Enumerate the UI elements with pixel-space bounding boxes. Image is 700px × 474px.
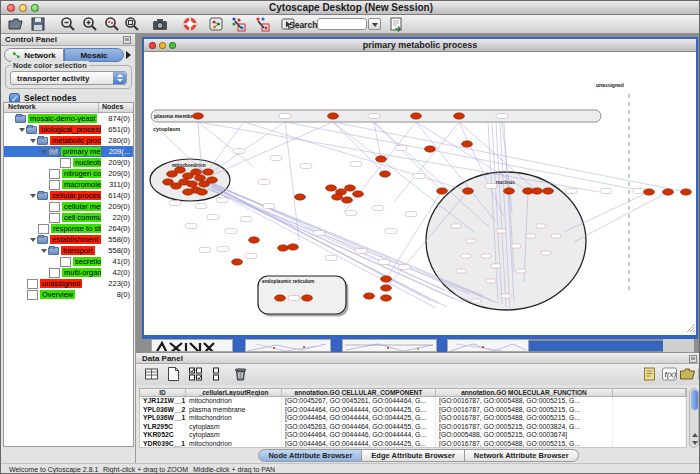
delete-attribute-button[interactable] bbox=[232, 366, 249, 382]
tree-row[interactable]: cellular metabo209(0) bbox=[4, 201, 133, 212]
node-color-dropdown[interactable]: transporter activity bbox=[10, 71, 127, 85]
background-window-fragment[interactable] bbox=[447, 339, 529, 352]
tab-edge-attribute-browser[interactable]: Edge Attribute Browser bbox=[362, 449, 464, 462]
graph-node[interactable] bbox=[302, 295, 313, 301]
table-row[interactable]: YPL036W__2plasma membrane[GO:0044464, GO… bbox=[139, 406, 687, 415]
layout-button-1[interactable] bbox=[229, 16, 247, 32]
zoom-out-button[interactable] bbox=[59, 16, 77, 32]
graph-node[interactable] bbox=[376, 156, 387, 162]
tree-row[interactable]: biological_process651(0) bbox=[4, 124, 133, 135]
column-header[interactable]: _cellularLayoutRegion bbox=[186, 389, 282, 396]
network-canvas[interactable]: plasma membranecytoplasmmitochondrionnuc… bbox=[144, 52, 696, 335]
expand-triangle-icon[interactable] bbox=[40, 150, 48, 154]
table-row[interactable]: YLR295Ccytoplasm[GO:0045263, GO:0044464,… bbox=[139, 423, 687, 432]
tree-row[interactable]: secretion41(0) bbox=[4, 256, 133, 267]
resize-grip-icon[interactable] bbox=[693, 330, 695, 332]
graph-node[interactable] bbox=[454, 113, 465, 119]
open-button[interactable] bbox=[7, 16, 25, 32]
annotation-notes-button[interactable] bbox=[641, 366, 658, 382]
graph-node[interactable] bbox=[504, 188, 515, 194]
network-view-window[interactable]: primary metabolic process plasma membran… bbox=[142, 37, 698, 339]
tab-node-attribute-browser[interactable]: Node Attribute Browser bbox=[258, 449, 362, 462]
zoom-fit-button[interactable] bbox=[123, 16, 141, 32]
graph-node[interactable] bbox=[288, 244, 299, 250]
tree-row[interactable]: response to stimulu264(0) bbox=[4, 223, 133, 234]
unselect-attributes-button[interactable] bbox=[209, 366, 226, 382]
tree-row[interactable]: Overview8(0) bbox=[4, 289, 133, 300]
graph-node[interactable] bbox=[191, 169, 202, 175]
graph-node[interactable] bbox=[345, 185, 356, 191]
tree-row[interactable]: metabolic process280(0) bbox=[4, 135, 133, 146]
scrollbar-thumb[interactable] bbox=[691, 390, 698, 410]
column-header[interactable]: ID bbox=[140, 389, 186, 396]
search-dropdown-button[interactable] bbox=[368, 18, 381, 30]
graph-node[interactable] bbox=[278, 245, 289, 251]
graph-node[interactable] bbox=[342, 197, 353, 203]
background-window-fragment[interactable] bbox=[245, 339, 331, 352]
graph-node[interactable] bbox=[543, 188, 554, 194]
column-header[interactable]: annotation.GO MOLECULAR_FUNCTION bbox=[436, 389, 613, 396]
expand-triangle-icon[interactable] bbox=[40, 249, 48, 253]
expand-triangle-icon[interactable] bbox=[29, 238, 37, 242]
graph-node[interactable] bbox=[175, 167, 186, 173]
graph-node[interactable] bbox=[187, 181, 198, 187]
graph-node[interactable] bbox=[295, 194, 306, 200]
table-header-row[interactable]: ID_cellularLayoutRegionannotation.GO CEL… bbox=[139, 388, 687, 397]
table-scrollbar[interactable] bbox=[689, 388, 699, 448]
background-window-fragment[interactable] bbox=[342, 339, 437, 352]
tab-mosaic[interactable]: Mosaic bbox=[64, 48, 124, 62]
graph-node[interactable] bbox=[411, 113, 422, 119]
graph-node[interactable] bbox=[332, 194, 343, 200]
tab-network-attribute-browser[interactable]: Network Attribute Browser bbox=[465, 449, 579, 462]
expand-triangle-icon[interactable] bbox=[18, 128, 26, 132]
tab-overflow-arrow[interactable] bbox=[124, 48, 133, 62]
graph-node[interactable] bbox=[328, 113, 339, 119]
select-attributes-button[interactable] bbox=[187, 366, 204, 382]
tree-row[interactable]: mosaic-demo-yeast874(0) bbox=[4, 113, 133, 124]
graph-node[interactable] bbox=[381, 276, 392, 282]
graph-node[interactable] bbox=[275, 295, 286, 301]
import-attributes-button[interactable] bbox=[679, 366, 696, 382]
tree-row[interactable]: macromolecule311(0) bbox=[4, 179, 133, 190]
graph-node[interactable] bbox=[532, 188, 543, 194]
float-panel-icon[interactable] bbox=[689, 355, 697, 363]
graph-node[interactable] bbox=[326, 185, 337, 191]
graph-node[interactable] bbox=[183, 189, 194, 195]
column-header[interactable] bbox=[613, 389, 686, 396]
table-row[interactable]: YPL036W__1mitochondrion[GO:0044464, GO:0… bbox=[139, 414, 687, 423]
tree-row[interactable]: cellular process614(0) bbox=[4, 190, 133, 201]
tree-row[interactable]: transport558(0) bbox=[4, 245, 133, 256]
tree-row[interactable]: nucleobase-209(0) bbox=[4, 157, 133, 168]
tree-column-nodes[interactable]: Nodes bbox=[99, 103, 133, 112]
graph-node[interactable] bbox=[663, 189, 674, 195]
background-window-fragment[interactable] bbox=[151, 339, 233, 352]
tree-row[interactable]: unassigned223(0) bbox=[4, 278, 133, 289]
graph-node[interactable] bbox=[425, 146, 436, 152]
new-attribute-button[interactable] bbox=[165, 366, 182, 382]
column-header[interactable]: annotation.GO CELLULAR_COMPONENT bbox=[282, 389, 436, 396]
tree-row[interactable]: cell communicat22(0) bbox=[4, 212, 133, 223]
zoom-in-button[interactable] bbox=[81, 16, 99, 32]
expand-triangle-icon[interactable] bbox=[29, 194, 37, 198]
float-panel-icon[interactable] bbox=[123, 36, 131, 44]
tree-row[interactable]: nitrogen compo209(0) bbox=[4, 168, 133, 179]
graph-node[interactable] bbox=[681, 189, 692, 195]
zoom-selected-button[interactable] bbox=[103, 16, 121, 32]
tree-row[interactable]: establishment of lo558(0) bbox=[4, 234, 133, 245]
graph-node[interactable] bbox=[193, 113, 204, 119]
graph-node[interactable] bbox=[203, 169, 214, 175]
table-row[interactable]: YDR039C__1mitochondrion[GO:0044464, GO:0… bbox=[139, 440, 687, 449]
import-button[interactable] bbox=[387, 16, 405, 32]
graph-node[interactable] bbox=[163, 179, 174, 185]
graph-node[interactable] bbox=[197, 189, 208, 195]
graph-node[interactable] bbox=[232, 259, 243, 265]
expand-triangle-icon[interactable] bbox=[29, 139, 37, 143]
graph-node[interactable] bbox=[353, 191, 364, 197]
save-button[interactable] bbox=[29, 16, 47, 32]
network-overview-button[interactable] bbox=[207, 16, 225, 32]
layout-button-2[interactable] bbox=[253, 16, 271, 32]
graph-node[interactable] bbox=[644, 189, 655, 195]
graph-node[interactable] bbox=[381, 285, 392, 291]
graph-node[interactable] bbox=[195, 175, 206, 181]
attribute-table-button[interactable] bbox=[143, 366, 160, 382]
